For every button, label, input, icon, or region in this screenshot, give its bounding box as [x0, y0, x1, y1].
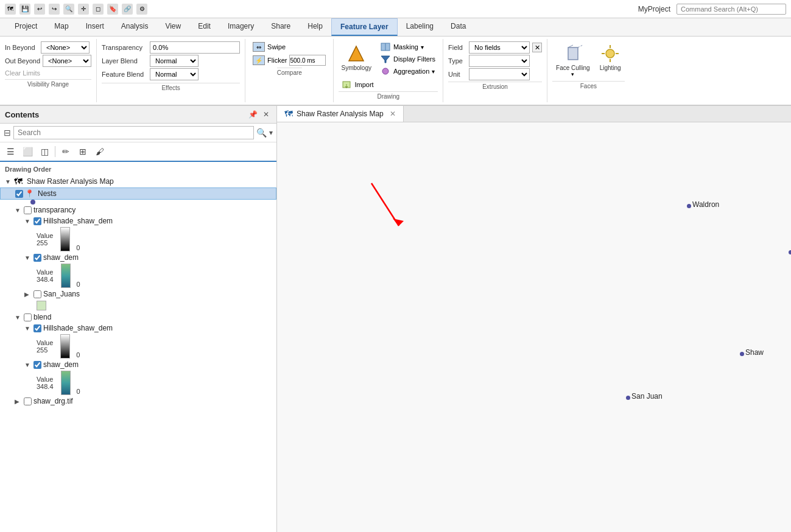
map-tab[interactable]: 🗺 Shaw Raster Analysis Map ✕ — [277, 106, 404, 122]
aggregation-btn[interactable]: Aggregation ▾ — [378, 66, 438, 77]
field-select[interactable]: No fields — [469, 41, 530, 54]
shaw-drg-label: shaw_drg.tif — [33, 397, 73, 405]
tree-item-transparancy[interactable]: ▼ transparancy — [0, 205, 276, 215]
tree-item-shaw-drg[interactable]: ▶ shaw_drg.tif — [0, 396, 276, 407]
hillshade1-checkbox[interactable] — [33, 217, 41, 225]
tree-item-shaw-dem1[interactable]: ▼ shaw_dem — [0, 252, 276, 263]
field-clear-btn[interactable]: ✕ — [532, 43, 542, 52]
filter-icon[interactable]: ⊟ — [4, 128, 11, 138]
legend-hillshade1-value-label: Value — [37, 232, 53, 239]
svg-rect-8 — [568, 47, 578, 60]
tree-arrow-transparancy[interactable]: ▼ — [15, 207, 22, 214]
link-icon[interactable]: 🔗 — [122, 4, 133, 15]
transparancy-checkbox[interactable] — [24, 206, 32, 214]
legend-shaw-dem1-value-label: Value — [37, 268, 54, 276]
tab-help[interactable]: Help — [299, 18, 331, 36]
tools-icon[interactable]: ⚙ — [136, 4, 147, 15]
paint-icon[interactable]: 🖌 — [93, 145, 107, 158]
nav-icon[interactable]: ✛ — [78, 4, 89, 15]
nests-checkbox[interactable] — [15, 190, 23, 198]
tree-item-blend[interactable]: ▼ blend — [0, 312, 276, 323]
tree-item-hillshade2[interactable]: ▼ Hillshade_shaw_dem — [0, 323, 276, 334]
hillshade2-checkbox[interactable] — [33, 324, 41, 332]
map-tab-close-icon[interactable]: ✕ — [390, 110, 396, 118]
edit-icon[interactable]: ✏ — [59, 145, 72, 158]
tree-item-shaw-dem2[interactable]: ▼ shaw_dem — [0, 359, 276, 370]
tab-edit[interactable]: Edit — [189, 18, 219, 36]
bookmark-icon[interactable]: 🔖 — [107, 4, 118, 15]
tab-imagery[interactable]: Imagery — [219, 18, 262, 36]
blend-checkbox[interactable] — [24, 313, 32, 321]
unit-select[interactable] — [469, 68, 530, 80]
out-beyond-label: Out Beyond — [5, 57, 40, 65]
tree-item-nests[interactable]: 📍 Nests — [0, 187, 276, 200]
clear-limits-btn[interactable]: Clear Limits — [5, 68, 91, 78]
flicker-value-input[interactable] — [289, 55, 326, 66]
map-tab-icon: 🗺 — [284, 109, 293, 119]
effects-group: Transparency Layer Blend Normal Feature … — [97, 39, 245, 102]
search-input[interactable] — [13, 126, 254, 139]
shaw-dem2-checkbox[interactable] — [33, 361, 41, 369]
grid-icon[interactable]: ◫ — [38, 145, 51, 158]
symbology-btn[interactable]: Symbology — [339, 41, 373, 74]
lighting-btn[interactable]: Lighting — [596, 41, 625, 80]
tab-feature-layer[interactable]: Feature Layer — [331, 18, 398, 36]
close-icon[interactable]: ✕ — [261, 109, 272, 120]
tree-item-hillshade1[interactable]: ▼ Hillshade_shaw_dem — [0, 215, 276, 226]
tab-insert[interactable]: Insert — [77, 18, 113, 36]
undo-icon[interactable]: ↩ — [34, 4, 45, 15]
in-beyond-select[interactable]: <None> — [41, 41, 90, 54]
save-icon[interactable]: 💾 — [19, 4, 30, 15]
tab-project[interactable]: Project — [6, 18, 46, 36]
import-btn[interactable]: Import — [339, 79, 438, 90]
effects-label: Effects — [102, 83, 240, 91]
display-filters-btn[interactable]: Display Filters — [378, 54, 438, 65]
tree-arrow-hillshade1[interactable]: ▼ — [24, 218, 32, 225]
transparency-input[interactable] — [150, 41, 240, 54]
masking-btn[interactable]: Masking ▾ — [378, 41, 438, 52]
contents-header: Contents 📌 ✕ — [0, 106, 276, 124]
tree-arrow-shaw[interactable]: ▼ — [5, 178, 12, 185]
tree-item-san-juans[interactable]: ▶ San_Juans — [0, 289, 276, 299]
tree-arrow-san-juans[interactable]: ▶ — [24, 291, 32, 298]
shaw-dem1-label: shaw_dem — [43, 253, 79, 262]
shaw-drg-checkbox[interactable] — [24, 397, 32, 405]
out-beyond-select[interactable]: <None> — [43, 55, 91, 67]
shaw-dem1-checkbox[interactable] — [33, 254, 41, 262]
san-juans-checkbox[interactable] — [33, 290, 41, 298]
tree-arrow-shaw-dem1[interactable]: ▼ — [24, 254, 32, 261]
pin-icon[interactable]: 📌 — [247, 109, 258, 120]
tree-item-shaw-raster-map[interactable]: ▼ 🗺 Shaw Raster Analysis Map — [0, 175, 276, 187]
select-icon[interactable]: ◻ — [93, 4, 104, 15]
type-select[interactable] — [469, 55, 530, 67]
tab-share[interactable]: Share — [262, 18, 299, 36]
layer-blend-select[interactable]: Normal — [150, 55, 199, 67]
tab-analysis[interactable]: Analysis — [113, 18, 157, 36]
zoom-icon[interactable]: 🔍 — [63, 4, 74, 15]
extrusion-label: Extrusion — [448, 82, 542, 90]
flicker-btn[interactable]: ⚡ Flicker — [250, 54, 328, 66]
feature-blend-select[interactable]: Normal — [150, 68, 199, 80]
tree-arrow-shaw-drg[interactable]: ▶ — [15, 398, 22, 405]
map-canvas[interactable]: Waldron Orcas (W) Orcas (E) Shaw Blakely… — [277, 122, 791, 532]
lighting-icon — [600, 44, 620, 63]
svg-marker-0 — [349, 46, 364, 61]
list-view-icon[interactable]: ☰ — [4, 145, 17, 158]
tree-arrow-hillshade2[interactable]: ▼ — [24, 325, 32, 332]
chart-icon[interactable]: ⬜ — [21, 145, 34, 158]
command-search-input[interactable] — [677, 4, 786, 15]
tab-view[interactable]: View — [156, 18, 189, 36]
search-dropdown-icon[interactable]: ▾ — [269, 128, 273, 137]
swipe-btn[interactable]: ⇔ Swipe — [250, 41, 328, 52]
transparency-label: Transparency — [102, 44, 147, 51]
field-label: Field — [448, 44, 466, 51]
tree-arrow-blend[interactable]: ▼ — [15, 314, 22, 321]
tab-labeling[interactable]: Labeling — [398, 18, 442, 36]
redo-icon[interactable]: ↪ — [49, 4, 60, 15]
face-culling-btn[interactable]: Face Culling ▾ — [552, 41, 594, 80]
add-icon[interactable]: ⊞ — [76, 145, 90, 158]
search-submit-icon[interactable]: 🔍 — [256, 128, 267, 138]
tree-arrow-shaw-dem2[interactable]: ▼ — [24, 362, 32, 368]
tab-data[interactable]: Data — [442, 18, 474, 36]
tab-map[interactable]: Map — [46, 18, 77, 36]
